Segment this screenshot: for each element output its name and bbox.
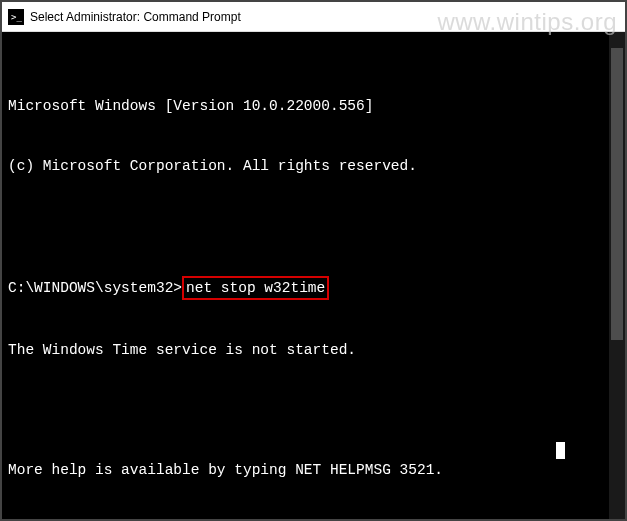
cmd-icon: >_ bbox=[8, 9, 24, 25]
terminal-line: The Windows Time service is not started. bbox=[8, 340, 619, 360]
svg-text:>_: >_ bbox=[11, 12, 22, 22]
scrollbar-thumb[interactable] bbox=[611, 48, 623, 340]
terminal-line bbox=[8, 216, 619, 236]
terminal-line: C:\WINDOWS\system32>net stop w32time bbox=[8, 276, 619, 300]
terminal-line: More help is available by typing NET HEL… bbox=[8, 460, 619, 480]
terminal-line: (c) Microsoft Corporation. All rights re… bbox=[8, 156, 619, 176]
window-title: Select Administrator: Command Prompt bbox=[30, 10, 241, 24]
scrollbar[interactable] bbox=[609, 32, 625, 519]
command-highlight: net stop w32time bbox=[182, 276, 329, 300]
terminal-output: Microsoft Windows [Version 10.0.22000.55… bbox=[2, 32, 625, 519]
window-titlebar: >_ Select Administrator: Command Prompt bbox=[2, 2, 625, 32]
terminal-line bbox=[8, 400, 619, 420]
cursor bbox=[556, 442, 565, 459]
terminal-line: Microsoft Windows [Version 10.0.22000.55… bbox=[8, 96, 619, 116]
